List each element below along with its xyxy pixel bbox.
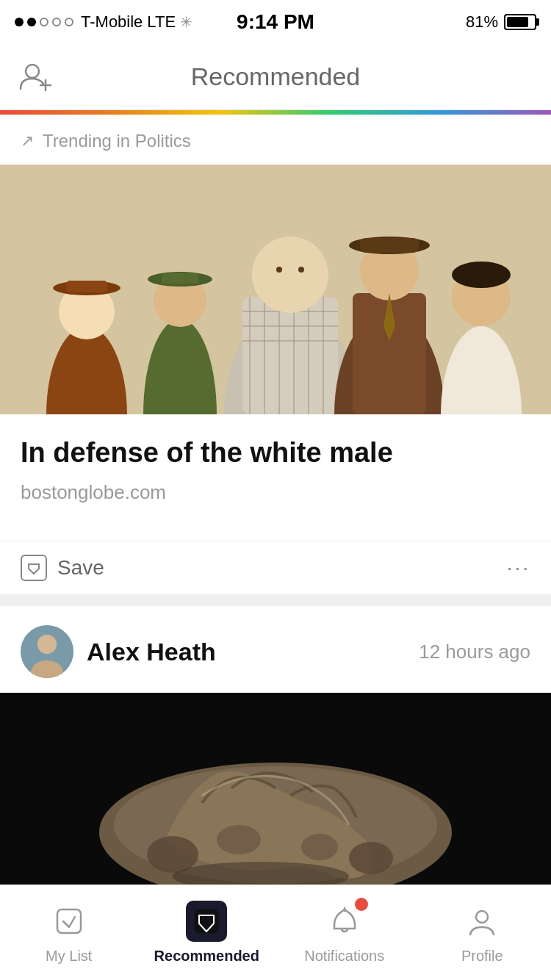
svg-point-43: [301, 834, 338, 860]
save-button[interactable]: Save: [21, 555, 104, 581]
article-image: [0, 165, 551, 414]
profile-icon-wrapper: [461, 901, 503, 942]
trending-text: Trending in Politics: [43, 131, 191, 151]
time-display: 9:14 PM: [237, 10, 314, 34]
signal-dot-3: [40, 18, 48, 26]
svg-rect-11: [162, 273, 198, 284]
post-username: Alex Heath: [87, 638, 216, 666]
signal-dot-5: [65, 18, 73, 26]
battery-percentage: 81%: [466, 12, 498, 32]
network-type: LTE: [147, 12, 176, 32]
add-user-button[interactable]: [18, 60, 53, 95]
post-user-info: Alex Heath: [21, 625, 216, 678]
nav-item-profile[interactable]: Profile: [414, 892, 552, 973]
bell-icon: [328, 905, 361, 937]
signal-dot-2: [27, 18, 36, 26]
status-right: 81%: [466, 12, 536, 32]
mylist-icon: [53, 905, 85, 937]
nav-item-mylist[interactable]: My List: [0, 892, 138, 973]
more-options-button[interactable]: ···: [507, 556, 530, 580]
svg-point-25: [298, 267, 304, 273]
post-timestamp: 12 hours ago: [419, 641, 530, 663]
trending-icon: ↗: [21, 131, 34, 151]
article-image-illustration: [0, 165, 551, 414]
recommended-icon-wrapper: [186, 901, 227, 942]
profile-icon: [466, 905, 498, 937]
svg-point-0: [26, 65, 39, 78]
svg-rect-47: [57, 909, 81, 933]
article-source: bostonglobe.com: [0, 481, 551, 519]
nav-label-recommended: Recommended: [154, 948, 259, 965]
svg-point-34: [452, 262, 511, 288]
svg-rect-30: [360, 238, 419, 253]
signal-dot-4: [52, 18, 61, 26]
recommended-icon: [190, 905, 223, 937]
nav-item-notifications[interactable]: Notifications: [276, 892, 414, 973]
signal-dots: [15, 18, 73, 26]
article-title: In defense of the white male: [0, 414, 551, 481]
user-avatar[interactable]: [21, 625, 73, 678]
mylist-icon-wrapper: [48, 901, 90, 942]
svg-point-24: [276, 267, 282, 273]
page-title: Recommended: [191, 62, 361, 91]
carrier-text: T-Mobile: [81, 12, 143, 32]
svg-point-23: [252, 237, 328, 313]
trending-label: ↗ Trending in Politics: [0, 115, 551, 165]
nav-item-recommended[interactable]: Recommended: [138, 892, 276, 973]
nav-label-mylist: My List: [46, 948, 92, 965]
notifications-icon-wrapper: [324, 901, 365, 942]
nav-label-notifications: Notifications: [304, 948, 384, 965]
battery-icon: [504, 14, 536, 30]
post-header: Alex Heath 12 hours ago: [0, 606, 551, 693]
nav-label-profile: Profile: [461, 948, 503, 965]
svg-point-42: [217, 825, 261, 854]
article-card: ↗ Trending in Politics: [0, 115, 551, 594]
status-left: T-Mobile LTE ✳: [15, 12, 192, 32]
svg-rect-7: [66, 281, 107, 292]
signal-dot-1: [15, 18, 24, 26]
article-actions: Save ···: [0, 541, 551, 594]
add-user-icon: [18, 60, 53, 95]
save-label: Save: [57, 556, 104, 580]
svg-point-44: [147, 836, 198, 873]
notification-badge: [355, 898, 368, 911]
bottom-nav: My List Recommended Notifications: [0, 884, 551, 980]
main-content: ↗ Trending in Politics: [0, 115, 551, 943]
svg-point-50: [476, 911, 488, 923]
avatar-image: [21, 625, 73, 678]
loading-spinner-icon: ✳: [180, 13, 192, 31]
status-bar: T-Mobile LTE ✳ 9:14 PM 81%: [0, 0, 551, 44]
pocket-save-icon: [21, 555, 47, 581]
svg-point-38: [37, 635, 57, 654]
svg-point-45: [349, 842, 393, 874]
app-header: Recommended: [0, 44, 551, 110]
svg-rect-48: [195, 909, 218, 933]
